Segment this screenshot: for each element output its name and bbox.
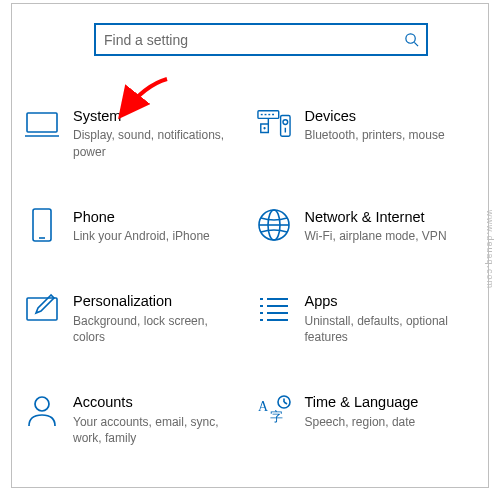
apps-icon [257,292,291,326]
tile-personalization[interactable]: Personalization Background, lock screen,… [25,290,245,347]
svg-text:A: A [258,399,269,414]
search-icon[interactable] [396,25,426,54]
personalization-icon [25,292,59,326]
accounts-icon [25,393,59,427]
tile-desc: Uninstall, defaults, optional features [305,313,475,345]
tile-desc: Link your Android, iPhone [73,228,243,244]
tile-system[interactable]: System Display, sound, notifications, po… [25,105,245,162]
svg-rect-9 [280,116,289,137]
tile-title: Accounts [73,394,245,411]
watermark: www.deuaq.com [483,0,497,500]
tile-time-language[interactable]: A 字 Time & Language Speech, region, date [257,391,477,448]
svg-point-0 [405,34,414,43]
svg-point-27 [35,397,49,411]
tile-desc: Wi-Fi, airplane mode, VPN [305,228,475,244]
search-box[interactable] [94,23,428,56]
svg-text:字: 字 [270,409,283,424]
svg-point-10 [282,120,287,125]
tile-title: Personalization [73,293,245,310]
tile-network[interactable]: Network & Internet Wi-Fi, airplane mode,… [257,206,477,247]
svg-line-32 [284,402,287,404]
tile-title: Devices [305,108,477,125]
tile-desc: Display, sound, notifications, power [73,127,243,159]
svg-rect-13 [33,209,51,241]
phone-icon [25,208,59,242]
tile-title: Phone [73,209,245,226]
tile-desc: Background, lock screen, colors [73,313,243,345]
tile-title: System [73,108,245,125]
tile-devices[interactable]: Devices Bluetooth, printers, mouse [257,105,477,162]
tile-title: Apps [305,293,477,310]
tile-accounts[interactable]: Accounts Your accounts, email, sync, wor… [25,391,245,448]
settings-grid: System Display, sound, notifications, po… [25,105,476,448]
system-icon [25,107,59,141]
svg-rect-2 [27,113,57,132]
network-icon [257,208,291,242]
tile-title: Network & Internet [305,209,477,226]
tile-desc: Bluetooth, printers, mouse [305,127,475,143]
tile-desc: Your accounts, email, sync, work, family [73,414,243,446]
time-language-icon: A 字 [257,393,291,427]
tile-apps[interactable]: Apps Uninstall, defaults, optional featu… [257,290,477,347]
svg-line-1 [414,42,418,46]
tile-title: Time & Language [305,394,477,411]
devices-icon [257,107,291,141]
svg-point-12 [263,127,265,129]
tile-desc: Speech, region, date [305,414,475,430]
tile-phone[interactable]: Phone Link your Android, iPhone [25,206,245,247]
search-input[interactable] [96,25,396,54]
